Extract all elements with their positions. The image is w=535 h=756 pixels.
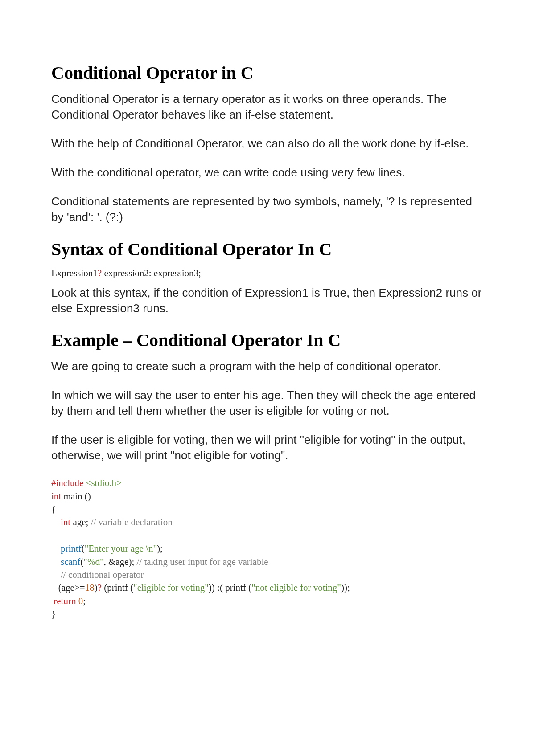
tok-include: #include [51, 478, 83, 488]
tok-comment1: // variable declaration [91, 517, 173, 527]
tok-printf: printf [61, 543, 82, 554]
tok-question2: ? [98, 582, 102, 593]
tok-cond-left: (age>= [58, 582, 85, 593]
tok-indent4 [51, 569, 61, 580]
heading-main: Conditional Operator in C [51, 62, 484, 83]
tok-indent [51, 517, 61, 527]
document-page: Conditional Operator in C Conditional Op… [0, 0, 535, 756]
paragraph-intro-2: With the help of Conditional Operator, w… [51, 136, 484, 151]
tok-pclose2: ); [128, 556, 136, 567]
tok-rbrace: } [51, 609, 56, 619]
tok-pclose1: ); [157, 543, 163, 554]
paragraph-intro-4: Conditional statements are represented b… [51, 194, 484, 225]
tok-indent2 [51, 543, 61, 554]
tok-header: <stdio.h> [83, 478, 122, 488]
paragraph-example-3: If the user is eligible for voting, then… [51, 432, 484, 463]
tok-cond-right: ) [95, 582, 98, 593]
tok-popen1: ( [82, 543, 85, 554]
paragraph-example-1: We are going to create such a program wi… [51, 359, 484, 374]
tok-eighteen: 18 [85, 582, 95, 593]
paragraph-example-2: In which we will say the user to enter h… [51, 388, 484, 419]
tok-string3: "eligible for voting" [133, 582, 209, 593]
tok-age-decl: age; [70, 517, 91, 527]
paragraph-syntax-explain: Look at this syntax, if the condition of… [51, 285, 484, 316]
paragraph-intro-1: Conditional Operator is a ternary operat… [51, 91, 484, 123]
tok-lbrace: { [51, 504, 56, 515]
tok-string2: "%d" [83, 556, 103, 567]
tok-int: int [51, 491, 61, 502]
tok-mid3: )); [341, 582, 350, 593]
heading-syntax: Syntax of Conditional Operator In C [51, 239, 484, 260]
tok-string4: "not eligible for voting" [251, 582, 341, 593]
tok-return: return [54, 596, 76, 606]
tok-main: main () [61, 491, 91, 502]
syntax-code: Expression1? expression2: expression3; [51, 268, 484, 279]
tok-indent3 [51, 556, 61, 567]
paragraph-intro-3: With the conditional operator, we can wr… [51, 165, 484, 180]
tok-string1: "Enter your age \n" [85, 543, 157, 554]
tok-indent5 [51, 582, 58, 593]
tok-zero: 0 [76, 596, 83, 606]
tok-scanf: scanf [61, 556, 80, 567]
tok-comment3: // conditional operator [61, 569, 144, 580]
tok-int2: int [61, 517, 70, 527]
tok-mid1: (printf ( [102, 582, 133, 593]
syntax-question-mark: ? [98, 268, 102, 278]
tok-comment2: // taking user input for age variable [137, 556, 268, 567]
syntax-expr1: Expression1 [51, 268, 98, 278]
tok-mid2: )) :( printf ( [209, 582, 251, 593]
tok-age2: age [115, 556, 128, 567]
code-block: #include <stdio.h> int main () { int age… [51, 477, 484, 621]
syntax-rest: expression2: expression3; [102, 268, 201, 278]
heading-example: Example – Conditional Operator In C [51, 330, 484, 351]
tok-semi: ; [83, 596, 86, 606]
tok-comma-amp: , & [103, 556, 115, 567]
